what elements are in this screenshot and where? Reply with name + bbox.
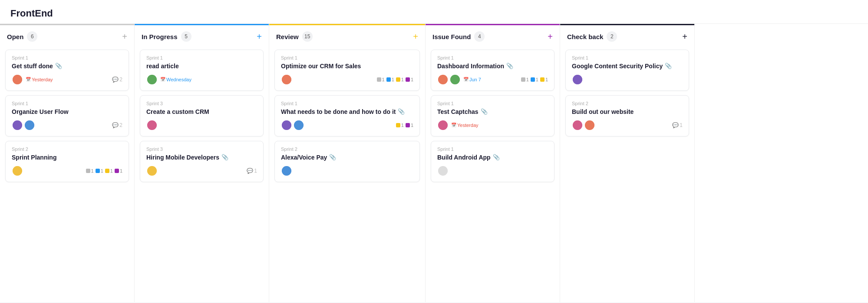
card[interactable]: Sprint 1Get stuff done📎📅 Yesterday💬2 — [5, 50, 129, 91]
column-add-button[interactable]: + — [413, 32, 418, 41]
card[interactable]: Sprint 3Hiring Mobile Developers📎💬1 — [140, 141, 264, 182]
app-header: FrontEnd — [0, 0, 868, 24]
badge-dot — [105, 169, 109, 173]
badge: 1 — [86, 168, 94, 173]
avatar-group — [437, 165, 449, 176]
badge-dot — [406, 77, 410, 82]
avatar — [437, 74, 449, 85]
avatar-group — [572, 120, 595, 131]
badge-count: 1 — [392, 77, 394, 82]
card-title: What needs to be done and how to do it — [281, 108, 396, 116]
badge-count: 1 — [411, 77, 413, 82]
due-date: 📅 Jun 7 — [463, 77, 481, 82]
avatar-group — [572, 74, 583, 85]
column-add-button[interactable]: + — [122, 32, 127, 41]
avatar-group — [146, 74, 158, 85]
clip-icon: 📎 — [481, 108, 488, 115]
card-sprint: Sprint 1 — [437, 147, 548, 152]
column-title: Issue Found — [432, 33, 471, 40]
badge-dot — [406, 123, 410, 127]
card[interactable]: Sprint 1read article📅 Wednesday — [140, 50, 264, 91]
comment-icon: 💬 — [112, 77, 119, 83]
comment-badge: 💬2 — [112, 122, 122, 128]
card[interactable]: Sprint 1Optimize our CRM for Sales1111 — [274, 50, 420, 91]
avatar — [12, 74, 23, 85]
badge: 1 — [96, 168, 103, 173]
clip-icon: 📎 — [398, 108, 405, 115]
badge-count: 1 — [536, 77, 538, 82]
badge: 1 — [377, 77, 385, 82]
badge-dot — [386, 77, 391, 82]
badge-group: 1111 — [86, 168, 123, 173]
badge: 1 — [105, 168, 113, 173]
card-sprint: Sprint 2 — [12, 147, 122, 152]
column-title: Check back — [567, 33, 603, 40]
app-title: FrontEnd — [10, 8, 53, 19]
badge-dot — [86, 169, 90, 173]
card[interactable]: Sprint 2Alexa/Voice Pay📎 — [274, 141, 420, 182]
column-cards-checkback: Sprint 1Google Content Security Policy📎S… — [560, 46, 694, 302]
column-header-review: Review15+ — [269, 24, 425, 46]
card[interactable]: Sprint 3Create a custom CRM — [140, 95, 264, 137]
card[interactable]: Sprint 2Sprint Planning1111 — [5, 141, 129, 182]
card-sprint: Sprint 1 — [437, 55, 548, 60]
badge-group: 11 — [396, 123, 413, 128]
calendar-icon: 📅 — [463, 77, 469, 82]
badge-dot — [396, 77, 400, 82]
avatar — [281, 74, 292, 85]
badge-count: 1 — [101, 168, 103, 173]
avatar-group — [12, 74, 23, 85]
card-title: Optimize our CRM for Sales — [281, 62, 361, 70]
calendar-icon: 📅 — [160, 77, 165, 82]
card-sprint: Sprint 1 — [12, 101, 122, 106]
board: Open6+Sprint 1Get stuff done📎📅 Yesterday… — [0, 24, 868, 302]
card-sprint: Sprint 2 — [281, 147, 413, 152]
card[interactable]: Sprint 1Organize User Flow💬2 — [5, 95, 129, 137]
card-title: read article — [146, 62, 179, 70]
column-open: Open6+Sprint 1Get stuff done📎📅 Yesterday… — [0, 24, 135, 302]
avatar — [146, 74, 158, 85]
card-title: Google Content Security Policy — [572, 62, 663, 70]
avatar — [449, 74, 461, 85]
comment-icon: 💬 — [672, 122, 679, 128]
card[interactable]: Sprint 1Google Content Security Policy📎 — [565, 50, 689, 91]
badge: 1 — [396, 123, 404, 128]
badge-count: 1 — [411, 123, 413, 128]
avatar — [584, 120, 595, 131]
card-sprint: Sprint 1 — [572, 55, 683, 60]
avatar-group — [12, 120, 35, 131]
column-cards-inprogress: Sprint 1read article📅 WednesdaySprint 3C… — [135, 46, 269, 302]
clip-icon: 📎 — [221, 154, 228, 160]
card[interactable]: Sprint 1What needs to be done and how to… — [274, 95, 420, 137]
avatar-group — [437, 74, 461, 85]
due-date: 📅 Yesterday — [26, 77, 53, 82]
card[interactable]: Sprint 1Test Captchas📎📅 Yesterday — [431, 95, 554, 137]
badge: 1 — [406, 123, 413, 128]
card[interactable]: Sprint 1Build Android App📎 — [431, 141, 554, 182]
card-sprint: Sprint 3 — [146, 147, 257, 152]
card-title: Create a custom CRM — [146, 108, 209, 116]
avatar — [437, 120, 449, 131]
avatar-group — [281, 120, 304, 131]
card-title: Build out our website — [572, 108, 634, 116]
column-cards-review: Sprint 1Optimize our CRM for Sales1111Sp… — [269, 46, 425, 302]
badge-dot — [396, 123, 400, 127]
card-title: Hiring Mobile Developers — [146, 153, 219, 162]
column-add-button[interactable]: + — [682, 32, 687, 41]
clip-icon: 📎 — [55, 63, 62, 69]
column-title: Review — [276, 33, 299, 40]
badge-dot — [115, 169, 119, 173]
avatar — [281, 120, 292, 131]
card-title: Organize User Flow — [12, 108, 69, 116]
card-title: Sprint Planning — [12, 153, 56, 162]
card-title: Test Captchas — [437, 108, 479, 116]
column-add-button[interactable]: + — [548, 32, 553, 41]
badge-count: 1 — [545, 77, 548, 82]
badge: 1 — [386, 77, 394, 82]
card-title: Dashboard Information — [437, 62, 504, 70]
card[interactable]: Sprint 2Build out our website💬1 — [565, 95, 689, 137]
column-add-button[interactable]: + — [257, 32, 262, 41]
comment-badge: 💬2 — [112, 77, 122, 83]
badge-dot — [531, 77, 535, 82]
card[interactable]: Sprint 1Dashboard Information📎📅 Jun 7111 — [431, 50, 554, 91]
